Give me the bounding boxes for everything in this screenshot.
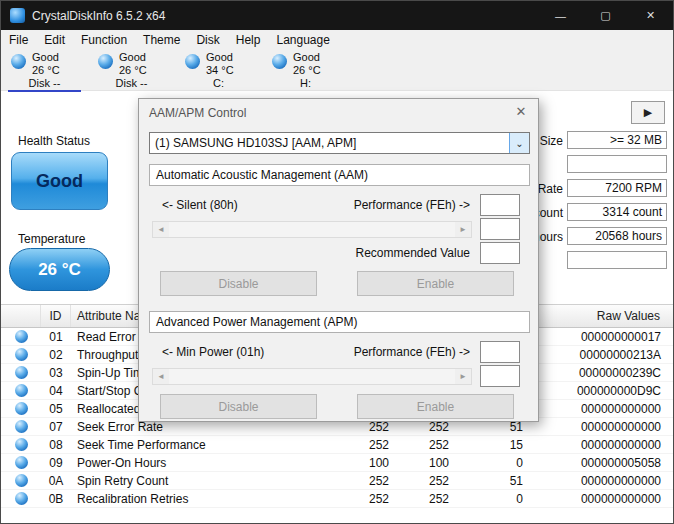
disk-entry[interactable]: Good 26 °C Disk -- <box>88 49 175 90</box>
aam-value-field[interactable] <box>480 194 520 216</box>
health-status-badge[interactable]: Good <box>11 152 108 210</box>
drive-info-label: Rate <box>538 182 563 196</box>
next-disk-button[interactable]: ▶ <box>631 101 665 124</box>
attribute-raw-value: 000000000000 <box>531 402 674 416</box>
attribute-id: 04 <box>41 384 71 398</box>
attribute-raw-value: 000000000000 <box>531 474 674 488</box>
minimize-button[interactable]: — <box>538 1 583 30</box>
attribute-threshold: 15 <box>461 438 531 452</box>
maximize-button[interactable]: ▢ <box>583 1 628 30</box>
apm-slider-value-field[interactable] <box>480 365 520 387</box>
menu-item[interactable]: Disk <box>188 33 227 47</box>
menu-item[interactable]: Theme <box>135 33 188 47</box>
disk-health-status: Good <box>293 51 321 64</box>
apm-slider-track[interactable] <box>169 369 455 384</box>
apm-disable-button[interactable]: Disable <box>160 394 317 419</box>
disk-entry[interactable]: Good 26 °C H: <box>262 49 349 90</box>
aam-min-label: <- Silent (80h) <box>162 198 238 212</box>
temperature-label: Temperature <box>18 232 85 246</box>
aam-disable-button[interactable]: Disable <box>160 271 317 296</box>
apm-value-field[interactable] <box>480 341 520 363</box>
aam-apm-dialog: AAM/APM Control ✕ (1) SAMSUNG HD103SJ [A… <box>138 98 539 422</box>
disk-health-status: Good <box>119 51 147 64</box>
aam-recommended-label: Recommended Value <box>355 246 470 260</box>
temperature-badge: 26 °C <box>9 248 110 291</box>
table-row[interactable]: 09 Power-On Hours 100 100 0 000000005058 <box>1 454 673 472</box>
disk-status-orb-icon <box>11 54 26 69</box>
attribute-status-orb-icon <box>15 492 28 505</box>
apm-max-label: Performance (FEh) -> <box>354 345 470 359</box>
disk-status-orb-icon <box>272 54 287 69</box>
aam-max-label: Performance (FEh) -> <box>354 198 470 212</box>
disk-entry-top: Good 26 °C <box>262 51 349 77</box>
disk-entry[interactable]: Good 34 °C C: <box>175 49 262 90</box>
attribute-raw-value: 000000000000 <box>531 492 674 506</box>
menu-item[interactable]: Function <box>73 33 135 47</box>
disk-label: Disk -- <box>8 77 81 92</box>
table-row[interactable]: 08 Seek Time Performance 252 252 15 0000… <box>1 436 673 454</box>
attribute-id: 0A <box>41 474 71 488</box>
apm-group-title: Advanced Power Management (APM) <box>149 311 530 333</box>
chevron-down-icon[interactable]: ⌄ <box>509 133 529 153</box>
aam-slider-value-field[interactable] <box>480 218 520 240</box>
drive-info-value <box>567 251 667 269</box>
attribute-current: 100 <box>341 456 401 470</box>
header-raw-values: Raw Values <box>531 305 674 327</box>
attribute-status-orb-icon <box>15 348 28 361</box>
menu-item[interactable]: Language <box>268 33 337 47</box>
menu-item[interactable]: File <box>1 33 36 47</box>
attribute-id: 02 <box>41 348 71 362</box>
disk-temperature: 26 °C <box>293 64 321 77</box>
aam-enable-button[interactable]: Enable <box>357 271 514 296</box>
attribute-name: Seek Time Performance <box>71 438 341 452</box>
close-button[interactable]: ✕ <box>628 1 673 30</box>
disk-health-status: Good <box>206 51 234 64</box>
apm-min-label: <- Min Power (01h) <box>162 345 264 359</box>
attribute-status-orb-icon <box>15 330 28 343</box>
disk-entry-top: Good 26 °C <box>88 51 175 77</box>
scroll-left-icon[interactable]: ◄ <box>153 222 169 237</box>
scroll-left-icon[interactable]: ◄ <box>153 369 169 384</box>
menu-item[interactable]: Help <box>228 33 269 47</box>
attribute-name: Recalibration Retries <box>71 492 341 506</box>
titlebar[interactable]: CrystalDiskInfo 6.5.2 x64 — ▢ ✕ <box>1 1 673 30</box>
aam-slider[interactable]: ◄ ► <box>152 221 472 238</box>
scroll-right-icon[interactable]: ► <box>455 369 471 384</box>
dialog-close-icon[interactable]: ✕ <box>512 104 530 119</box>
drive-info-label: Size <box>540 134 563 148</box>
menu-item[interactable]: Edit <box>36 33 73 47</box>
attribute-raw-value: 000000000017 <box>531 330 674 344</box>
attribute-threshold: 0 <box>461 492 531 506</box>
attribute-status-orb-icon <box>15 384 28 397</box>
attribute-raw-value: 000000000D9C <box>531 384 674 398</box>
app-icon <box>10 8 25 23</box>
aam-slider-track[interactable] <box>169 222 455 237</box>
disk-status-orb-icon <box>185 54 200 69</box>
device-select[interactable]: (1) SAMSUNG HD103SJ [AAM, APM] ⌄ <box>149 132 530 154</box>
attribute-id: 05 <box>41 402 71 416</box>
attribute-id: 01 <box>41 330 71 344</box>
aam-recommended-field[interactable] <box>480 242 520 264</box>
attribute-raw-value: 000000000000 <box>531 420 674 434</box>
disk-temperature: 34 °C <box>206 64 234 77</box>
attribute-name: Power-On Hours <box>71 456 341 470</box>
attribute-current: 252 <box>341 438 401 452</box>
header-status-column <box>1 305 41 327</box>
dialog-title: AAM/APM Control <box>149 106 246 120</box>
disk-label: C: <box>182 77 255 92</box>
scroll-right-icon[interactable]: ► <box>455 222 471 237</box>
drive-info-value: 3314 count <box>567 203 667 221</box>
disk-temperature: 26 °C <box>32 64 60 77</box>
attribute-worst: 252 <box>401 492 461 506</box>
attribute-worst: 252 <box>401 438 461 452</box>
table-row[interactable]: 0B Recalibration Retries 252 252 0 00000… <box>1 490 673 508</box>
disk-temperature: 26 °C <box>119 64 147 77</box>
apm-slider[interactable]: ◄ ► <box>152 368 472 385</box>
attribute-threshold: 0 <box>461 456 531 470</box>
drive-info-value: 20568 hours <box>567 227 667 245</box>
disk-entry[interactable]: Good 26 °C Disk -- <box>1 49 88 90</box>
header-id: ID <box>41 305 71 327</box>
table-row[interactable]: 0A Spin Retry Count 252 252 51 000000000… <box>1 472 673 490</box>
disk-status-orb-icon <box>98 54 113 69</box>
apm-enable-button[interactable]: Enable <box>357 394 514 419</box>
